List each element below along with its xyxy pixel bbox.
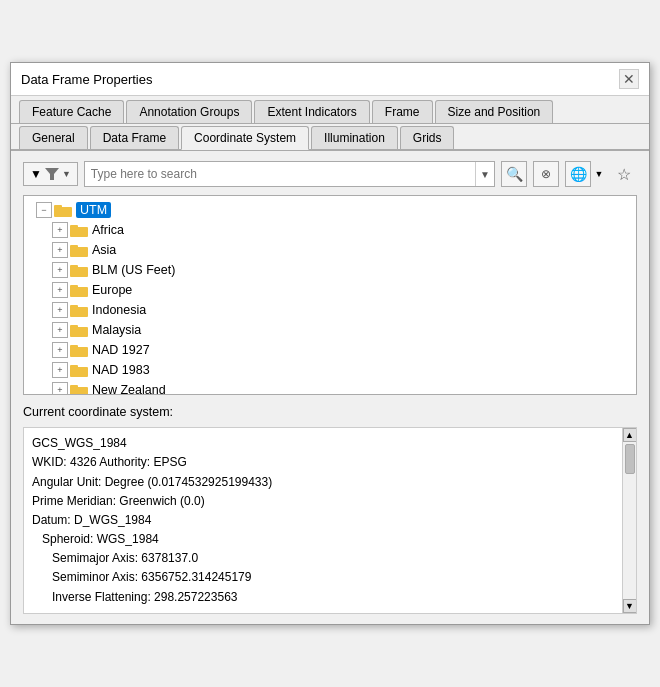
tab-size-position[interactable]: Size and Position	[435, 100, 554, 123]
svg-rect-14	[70, 325, 78, 329]
coord-line-6: Spheroid: WGS_1984	[32, 530, 614, 549]
tabs-row2: General Data Frame Coordinate System Ill…	[11, 124, 649, 151]
folder-icon-nad1927	[70, 343, 88, 357]
search-icon: 🔍	[506, 166, 523, 182]
expander-nad1983[interactable]: +	[52, 362, 68, 378]
tree-node-malaysia[interactable]: + Malaysia	[48, 320, 636, 340]
scroll-up-arrow[interactable]: ▲	[623, 428, 637, 442]
close-button[interactable]: ✕	[619, 69, 639, 89]
filter-dropdown-arrow: ▼	[62, 169, 71, 179]
coord-line-9: Inverse Flattening: 298.257223563	[32, 588, 614, 607]
svg-rect-18	[70, 365, 78, 369]
scroll-down-arrow[interactable]: ▼	[623, 599, 637, 613]
tree-node-europe[interactable]: + Europe	[48, 280, 636, 300]
coord-line-4: Prime Meridian: Greenwich (0.0)	[32, 492, 614, 511]
coord-line-3: Angular Unit: Degree (0.0174532925199433…	[32, 473, 614, 492]
clear-icon: ⊗	[541, 167, 551, 181]
tree-node-newzealand[interactable]: + New Zealand	[48, 380, 636, 395]
tree-label-asia: Asia	[92, 243, 116, 257]
svg-rect-16	[70, 345, 78, 349]
folder-icon-indonesia	[70, 303, 88, 317]
folder-icon-asia	[70, 243, 88, 257]
coord-line-8: Semiminor Axis: 6356752.314245179	[32, 568, 614, 587]
tabs-row1: Feature Cache Annotation Groups Extent I…	[11, 96, 649, 124]
expander-utm[interactable]: −	[36, 202, 52, 218]
tab-extent-indicators[interactable]: Extent Indicators	[254, 100, 369, 123]
expander-newzealand[interactable]: +	[52, 382, 68, 395]
tree-node-nad1983[interactable]: + NAD 1983	[48, 360, 636, 380]
expander-indonesia[interactable]: +	[52, 302, 68, 318]
tab-grids[interactable]: Grids	[400, 126, 455, 149]
svg-rect-2	[54, 205, 62, 209]
tree-node-nad1927[interactable]: + NAD 1927	[48, 340, 636, 360]
favorites-button[interactable]: ☆	[611, 161, 637, 187]
coord-line-7: Semimajor Axis: 6378137.0	[32, 549, 614, 568]
coord-info-container: GCS_WGS_1984 WKID: 4326 Authority: EPSG …	[23, 427, 637, 614]
svg-marker-0	[45, 168, 59, 180]
coord-line-1: WKID: 4326 Authority: EPSG	[32, 453, 614, 472]
folder-icon-utm	[54, 203, 72, 217]
star-icon: ☆	[617, 165, 631, 184]
tree-node-utm[interactable]: − UTM	[32, 200, 636, 220]
tree-panel[interactable]: − UTM + Africa + Asia	[23, 195, 637, 395]
globe-icon: 🌐	[570, 166, 587, 182]
search-button[interactable]: 🔍	[501, 161, 527, 187]
tree-node-indonesia[interactable]: + Indonesia	[48, 300, 636, 320]
tab-annotation-groups[interactable]: Annotation Groups	[126, 100, 252, 123]
svg-rect-8	[70, 265, 78, 269]
expander-africa[interactable]: +	[52, 222, 68, 238]
tab-feature-cache[interactable]: Feature Cache	[19, 100, 124, 123]
folder-icon-newzealand	[70, 383, 88, 395]
svg-rect-20	[70, 385, 78, 389]
current-system-label: Current coordinate system:	[23, 405, 637, 419]
tree-label-nad1983: NAD 1983	[92, 363, 150, 377]
tree-node-africa[interactable]: + Africa	[48, 220, 636, 240]
filter-button[interactable]: ▼ ▼	[23, 162, 78, 186]
expander-asia[interactable]: +	[52, 242, 68, 258]
filter-icon: ▼	[30, 167, 42, 181]
globe-button[interactable]: 🌐	[565, 161, 591, 187]
svg-rect-10	[70, 285, 78, 289]
tree-node-asia[interactable]: + Asia	[48, 240, 636, 260]
expander-nad1927[interactable]: +	[52, 342, 68, 358]
folder-icon-malaysia	[70, 323, 88, 337]
globe-dropdown-button[interactable]: ▼	[593, 161, 605, 187]
globe-group: 🌐 ▼	[565, 161, 605, 187]
scroll-thumb[interactable]	[625, 444, 635, 474]
folder-icon-blm	[70, 263, 88, 277]
svg-rect-4	[70, 225, 78, 229]
tree-label-utm: UTM	[76, 202, 111, 218]
tab-general[interactable]: General	[19, 126, 88, 149]
expander-malaysia[interactable]: +	[52, 322, 68, 338]
funnel-icon	[44, 166, 60, 182]
tab-coordinate-system[interactable]: Coordinate System	[181, 126, 309, 150]
coord-line-5: Datum: D_WGS_1984	[32, 511, 614, 530]
content-area: ▼ ▼ ▼ 🔍 ⊗ 🌐 ▼	[11, 151, 649, 624]
coord-info-panel[interactable]: GCS_WGS_1984 WKID: 4326 Authority: EPSG …	[24, 428, 622, 613]
dialog-window: Data Frame Properties ✕ Feature Cache An…	[10, 62, 650, 625]
search-input[interactable]	[85, 165, 475, 183]
tab-data-frame[interactable]: Data Frame	[90, 126, 179, 149]
coord-line-0: GCS_WGS_1984	[32, 434, 614, 453]
tree-node-blm[interactable]: + BLM (US Feet)	[48, 260, 636, 280]
tab-illumination[interactable]: Illumination	[311, 126, 398, 149]
tree-label-newzealand: New Zealand	[92, 383, 166, 395]
tree-label-europe: Europe	[92, 283, 132, 297]
svg-rect-12	[70, 305, 78, 309]
tree-label-blm: BLM (US Feet)	[92, 263, 175, 277]
tree-label-indonesia: Indonesia	[92, 303, 146, 317]
clear-search-button[interactable]: ⊗	[533, 161, 559, 187]
folder-icon-nad1983	[70, 363, 88, 377]
folder-icon-africa	[70, 223, 88, 237]
svg-rect-6	[70, 245, 78, 249]
dialog-title: Data Frame Properties	[21, 72, 153, 87]
expander-europe[interactable]: +	[52, 282, 68, 298]
tree-label-nad1927: NAD 1927	[92, 343, 150, 357]
tree-label-africa: Africa	[92, 223, 124, 237]
tab-frame[interactable]: Frame	[372, 100, 433, 123]
expander-blm[interactable]: +	[52, 262, 68, 278]
search-box: ▼	[84, 161, 495, 187]
search-dropdown-arrow[interactable]: ▼	[475, 162, 494, 186]
title-bar: Data Frame Properties ✕	[11, 63, 649, 96]
coord-scrollbar[interactable]: ▲ ▼	[622, 428, 636, 613]
